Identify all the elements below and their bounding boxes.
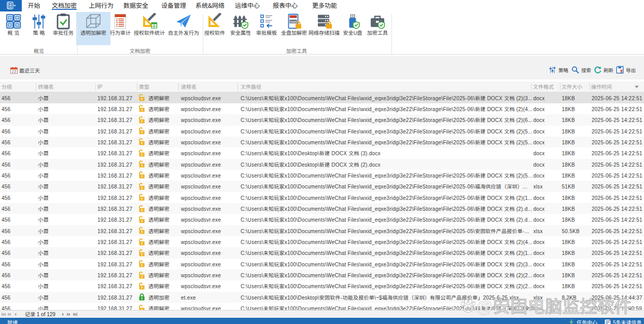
svg-text:du: du (465, 306, 471, 312)
svg-text:SSD: SSD (290, 20, 297, 23)
svg-text:23: 23 (12, 69, 16, 74)
